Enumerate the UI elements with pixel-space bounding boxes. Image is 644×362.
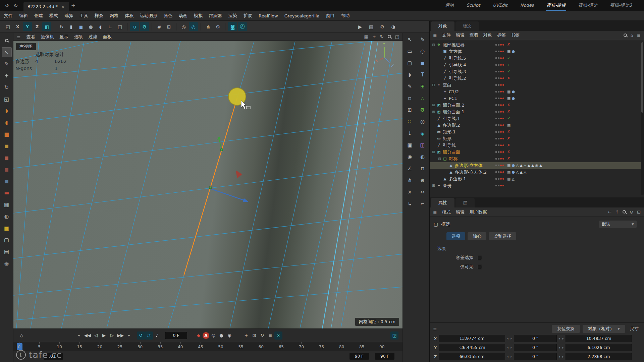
render-dot[interactable] [502,77,504,79]
blocks-tool-icon[interactable]: ▣ [2,223,12,233]
render-dot[interactable] [502,84,504,86]
axis-icon[interactable]: + [442,89,448,94]
tree-row[interactable]: ╱引导线.3✓ [430,68,644,75]
key-position-toggle[interactable]: + [242,331,250,340]
layout-tab[interactable]: 启动 [444,0,454,11]
object-manager-tab[interactable]: 对象 [431,21,454,31]
render-dot[interactable] [502,151,504,153]
object-label[interactable]: 对称 [449,156,458,162]
range-end-field[interactable]: 90 F [350,353,369,360]
axis-settings-icon[interactable]: ⚙ [213,22,222,31]
tag-check[interactable]: ✓ [507,116,510,121]
marquee-icon[interactable]: ▣ [405,140,415,150]
render-dot[interactable] [500,118,502,119]
tag-texture[interactable]: ▦ [507,163,511,168]
grid-array-icon[interactable]: ⊞ [405,105,415,115]
menu-item[interactable]: 创建 [34,13,43,19]
goto-start-button[interactable]: « [75,331,83,340]
render-dot[interactable] [502,158,504,160]
section-tab[interactable]: 选项 [446,232,465,240]
editor-dot[interactable] [495,144,497,146]
tag-texture[interactable]: ▦ [507,96,511,101]
attributes-tab[interactable]: 层 [455,198,475,207]
object-label[interactable]: 引导线.5 [449,55,466,61]
record-mode-button[interactable]: ◉ [225,331,233,340]
editor-dot[interactable] [498,57,499,59]
visibility-dots[interactable] [495,111,504,113]
render-dot[interactable] [500,98,502,99]
editor-dot[interactable] [498,151,499,153]
stencil-icon[interactable]: ▫ [405,94,415,103]
axis-modify-icon[interactable]: ⋔ [204,22,213,31]
target-icon[interactable]: ⊕ [418,176,428,185]
layout-tab[interactable]: Nodes [520,0,535,11]
brush-tool-icon[interactable]: ◗ [2,106,12,116]
workplane-button[interactable]: ◧ [42,22,51,31]
tag-uvw[interactable]: ◉ [535,163,538,168]
rotate-tool-icon[interactable]: ↻ [2,82,12,92]
render-dot[interactable] [500,185,502,186]
object-manager-menu-item[interactable]: 对象 [483,32,492,38]
spin-left-icon[interactable]: ◂ [558,337,560,340]
checkbox[interactable] [478,256,482,260]
x-size-field[interactable]: 10.4837 cm [566,335,632,342]
knife-icon[interactable]: ✎ [405,82,415,91]
object-manager-menu-item[interactable]: 文件 [442,32,451,38]
editor-dot[interactable] [495,111,497,113]
menu-item[interactable]: 帮助 [341,13,350,19]
render-dot[interactable] [502,71,504,72]
attributes-menu-item[interactable]: 编辑 [456,209,465,215]
tag-cross[interactable]: ✗ [507,103,510,107]
object-manager-menu-item[interactable]: 编辑 [456,32,465,38]
record-objects-button[interactable]: ● [217,331,225,340]
object-label[interactable]: 细分曲面.2 [443,102,464,108]
editor-dot[interactable] [495,138,497,139]
render-region-icon[interactable]: ▦ [364,34,368,39]
key-rotation-toggle[interactable]: ↻ [258,331,266,340]
corner-tool-icon[interactable]: ∟ [106,22,115,31]
sds-icon[interactable]: ◩ [436,150,442,154]
cube-primitive-icon[interactable]: ◼ [76,22,86,31]
menu-item[interactable]: RealFlow [259,13,278,18]
collapse-icon[interactable]: ⊟ [431,43,436,47]
object-label[interactable]: PC1 [449,96,457,101]
isolate-object-icon[interactable]: ◙ [228,22,237,31]
pan-view-icon[interactable]: + [372,34,376,39]
null-icon[interactable]: ⌖ [436,83,442,87]
object-label[interactable]: 细分曲面.1 [443,109,464,115]
editor-dot[interactable] [498,77,499,79]
editor-dot[interactable] [498,111,499,113]
material-preview-icon[interactable]: ◑ [389,22,398,31]
visibility-dots[interactable] [495,84,504,86]
object-label[interactable]: 引导线.4 [449,62,466,68]
menu-item[interactable]: 选择 [64,13,73,19]
search-icon[interactable] [623,209,626,215]
tag-cross[interactable]: ✗ [507,110,510,114]
visibility-dots[interactable] [495,171,504,173]
checkbox[interactable] [478,265,482,269]
home-icon[interactable]: ⌂ [631,33,633,38]
play-mode-toggle[interactable]: ⇄ [145,331,153,340]
collapse-icon[interactable]: ⊟ [431,83,436,87]
viewport-menu-item[interactable]: 面板 [103,34,112,40]
section-tab[interactable]: 轴心 [468,232,486,240]
visibility-dots[interactable] [495,64,504,66]
z-position-field[interactable]: 66.0355 cm [439,353,505,360]
lock-x-button[interactable]: X [13,22,22,31]
timeline-ruler[interactable]: 051015202530354045505560657075808590 [13,342,402,351]
y-size-field[interactable]: 6.1026 cm [566,344,632,351]
editor-dot[interactable] [498,51,499,52]
editor-dot[interactable] [498,171,499,173]
key-scale-toggle[interactable]: ⊡ [250,331,258,340]
coordinates-menu-icon[interactable]: ≡ [433,326,437,331]
expand-icon[interactable]: ⊞ [431,184,436,187]
spline-icon[interactable]: ╱ [436,143,442,147]
expand-icon[interactable]: ⊞ [431,150,436,154]
render-dot[interactable] [502,98,504,99]
render-dot[interactable] [500,165,502,166]
editor-dot[interactable] [498,158,499,160]
menu-item[interactable]: 样条 [95,13,103,19]
view-label[interactable]: 右视图 [16,43,36,50]
search-icon[interactable] [624,33,627,38]
tree-row[interactable]: +PC1▦● [430,95,644,102]
